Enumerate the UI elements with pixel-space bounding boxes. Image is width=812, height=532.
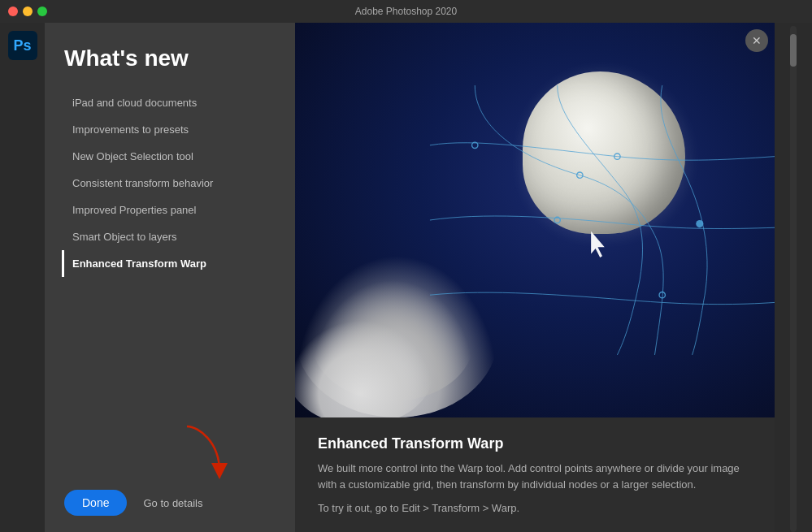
close-window-button[interactable]	[8, 6, 18, 16]
feature-hint: To try it out, go to Edit > Transform > …	[318, 502, 752, 514]
nav-item-presets[interactable]: Improvements to presets	[62, 116, 276, 143]
go-to-details-link[interactable]: Go to details	[143, 497, 202, 509]
app-container: Ps Hom Learn YOUR Ligh Clou De Cre Op	[0, 23, 812, 532]
nav-item-warp[interactable]: Enhanced Transform Warp	[62, 250, 276, 277]
nav-item-smart-object[interactable]: Smart Object to layers	[62, 223, 276, 250]
close-modal-button[interactable]: ✕	[745, 29, 768, 52]
right-sidebar	[775, 23, 812, 532]
feature-title: Enhanced Transform Warp	[318, 435, 752, 452]
maximize-window-button[interactable]	[37, 6, 47, 16]
scrollbar-track[interactable]	[790, 26, 797, 532]
left-sidebar: Ps	[0, 23, 45, 532]
scrollbar-thumb[interactable]	[790, 34, 797, 67]
nav-item-properties[interactable]: Improved Properties panel	[62, 197, 276, 223]
arrow-indicator	[175, 418, 240, 483]
ps-logo: Ps	[8, 31, 37, 60]
nav-item-ipad[interactable]: iPad and cloud documents	[62, 89, 276, 116]
window-controls	[0, 6, 47, 16]
main-content: Hom Learn YOUR Ligh Clou De Cre Op	[45, 23, 812, 532]
modal-footer: Done Go to details	[64, 477, 276, 516]
nav-item-object-selection[interactable]: New Object Selection tool	[62, 143, 276, 170]
modal-left-panel: What's new iPad and cloud documents Impr…	[45, 23, 295, 532]
feature-body: We built more control into the Warp tool…	[318, 461, 752, 492]
minimize-window-button[interactable]	[23, 6, 33, 16]
nav-item-transform[interactable]: Consistent transform behavior	[62, 170, 276, 197]
whats-new-modal: What's new iPad and cloud documents Impr…	[45, 23, 775, 532]
feature-nav-list: iPad and cloud documents Improvements to…	[64, 89, 276, 277]
modal-title: What's new	[64, 45, 276, 71]
window-title: Adobe Photoshop 2020	[355, 6, 457, 17]
done-button[interactable]: Done	[64, 490, 127, 516]
feature-description: Enhanced Transform Warp We built more co…	[295, 417, 775, 532]
feature-image	[295, 23, 775, 417]
close-icon: ✕	[752, 34, 762, 47]
titlebar: Adobe Photoshop 2020	[0, 0, 812, 23]
modal-right-panel: Enhanced Transform Warp We built more co…	[295, 23, 775, 532]
